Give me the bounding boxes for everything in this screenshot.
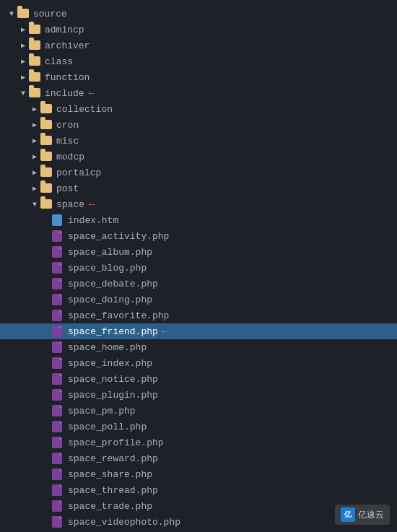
tree-item-space_pm[interactable]: space_pm.php <box>0 403 397 419</box>
file-arrow <box>40 217 52 224</box>
tree-item-space_plugin[interactable]: space_plugin.php <box>0 387 397 403</box>
item-label: space_notice.php <box>68 374 158 385</box>
tree-item-admincp[interactable]: ▶ admincp <box>0 22 397 38</box>
file-arrow <box>40 312 52 320</box>
folder-icon <box>29 39 42 52</box>
tree-item-space_index[interactable]: space_index.php <box>0 355 397 371</box>
tree-item-space_poll[interactable]: space_poll.php <box>0 419 397 435</box>
item-label: misc <box>56 136 79 147</box>
tree-item-space_blog[interactable]: space_blog.php <box>0 260 397 276</box>
folder-icon <box>17 7 30 20</box>
expand-arrow: ▶ <box>29 168 40 177</box>
php-icon <box>52 388 65 401</box>
tree-item-space_friend[interactable]: space_friend.php ← <box>0 323 397 339</box>
item-label: space_home.php <box>68 342 147 353</box>
tree-item-misc[interactable]: ▶ misc <box>0 133 397 149</box>
php-icon <box>52 325 65 338</box>
tree-item-space_reward[interactable]: space_reward.php <box>0 450 397 466</box>
tree-item-space_activity[interactable]: space_activity.php <box>0 228 397 244</box>
file-arrow <box>40 296 52 304</box>
file-arrow <box>40 487 52 494</box>
file-arrow <box>40 359 52 367</box>
expand-arrow: ▶ <box>29 184 40 193</box>
tree-item-space_album[interactable]: space_album.php <box>0 244 397 260</box>
item-label: space_poll.php <box>68 422 147 432</box>
php-icon <box>52 500 65 513</box>
tree-item-collection[interactable]: ▶ collection <box>0 101 397 117</box>
watermark: 亿 亿速云 <box>335 505 390 525</box>
tree-item-space_debate[interactable]: space_debate.php <box>0 276 397 292</box>
item-label: space_favorite.php <box>68 310 169 321</box>
file-arrow <box>40 280 52 288</box>
php-icon <box>52 436 65 449</box>
item-label: space_profile.php <box>68 437 164 448</box>
folder-icon <box>40 182 53 195</box>
item-label: space_blog.php <box>68 263 147 274</box>
annotation-arrow: ← <box>89 199 95 210</box>
php-icon <box>52 261 65 274</box>
php-icon <box>52 515 65 528</box>
tree-item-modcp[interactable]: ▶ modcp <box>0 149 397 165</box>
tree-item-portalcp[interactable]: ▶ portalcp <box>0 165 397 180</box>
php-icon <box>52 230 65 243</box>
expand-arrow: ▶ <box>29 136 40 145</box>
folder-icon <box>40 198 53 211</box>
file-arrow <box>40 344 52 352</box>
php-icon <box>52 452 65 465</box>
item-label: space_friend.php <box>68 326 158 337</box>
item-label: space_index.php <box>68 358 152 369</box>
expand-arrow: ▶ <box>29 121 40 129</box>
tree-item-include[interactable]: ▼ include ← <box>0 85 397 101</box>
expand-arrow: ▼ <box>6 10 17 18</box>
tree-item-post[interactable]: ▶ post <box>0 180 397 196</box>
item-label: space_videophoto.php <box>68 517 180 528</box>
file-arrow <box>40 455 52 463</box>
tree-item-class[interactable]: ▶ class <box>0 53 397 69</box>
php-icon <box>52 357 65 370</box>
tree-item-space_thread[interactable]: space_thread.php <box>0 482 397 498</box>
tree-item-cron[interactable]: ▶ cron <box>0 117 397 133</box>
tree-item-space[interactable]: ▼ space ← <box>0 196 397 212</box>
item-label: archiver <box>45 40 90 51</box>
expand-arrow: ▶ <box>29 152 40 161</box>
folder-icon <box>40 103 53 115</box>
file-arrow <box>40 264 52 272</box>
file-tree[interactable]: ▼ source ▶ admincp ▶ archiver ▶ class ▶ … <box>0 0 397 532</box>
item-label: space_thread.php <box>68 485 158 496</box>
file-arrow <box>40 328 52 336</box>
tree-item-space_profile[interactable]: space_profile.php <box>0 435 397 450</box>
item-label: space_reward.php <box>68 453 158 464</box>
tree-item-space_share[interactable]: space_share.php <box>0 466 397 482</box>
tree-item-archiver[interactable]: ▶ archiver <box>0 38 397 53</box>
item-label: space_pm.php <box>68 406 136 417</box>
expand-arrow: ▶ <box>17 73 29 82</box>
tree-item-space_favorite[interactable]: space_favorite.php <box>0 308 397 323</box>
annotation-arrow: ← <box>89 87 95 99</box>
php-icon <box>52 372 65 385</box>
tree-item-space_doing[interactable]: space_doing.php <box>0 292 397 308</box>
tree-item-space_notice[interactable]: space_notice.php <box>0 371 397 387</box>
item-label: space_album.php <box>68 247 152 258</box>
item-label: space_doing.php <box>68 295 152 305</box>
expand-arrow: ▶ <box>17 25 29 34</box>
expand-arrow: ▶ <box>29 105 40 113</box>
item-label: include <box>45 88 84 99</box>
php-icon <box>52 341 65 354</box>
expand-arrow: ▶ <box>17 57 29 66</box>
tree-item-space_home[interactable]: space_home.php <box>0 339 397 355</box>
file-arrow <box>40 439 52 447</box>
annotation-arrow: ← <box>162 326 168 337</box>
item-label: cron <box>56 120 79 131</box>
expand-arrow: ▶ <box>17 41 29 50</box>
item-label: space_share.php <box>68 469 152 480</box>
tree-item-function[interactable]: ▶ function <box>0 69 397 85</box>
tree-item-source[interactable]: ▼ source <box>0 6 397 22</box>
php-icon <box>52 293 65 306</box>
item-label: function <box>45 72 90 83</box>
php-icon <box>52 468 65 481</box>
expand-arrow: ▼ <box>17 90 29 97</box>
folder-icon <box>40 118 53 131</box>
tree-item-index_htm[interactable]: index.htm <box>0 212 397 228</box>
file-arrow <box>40 502 52 510</box>
item-label: space <box>56 199 84 210</box>
